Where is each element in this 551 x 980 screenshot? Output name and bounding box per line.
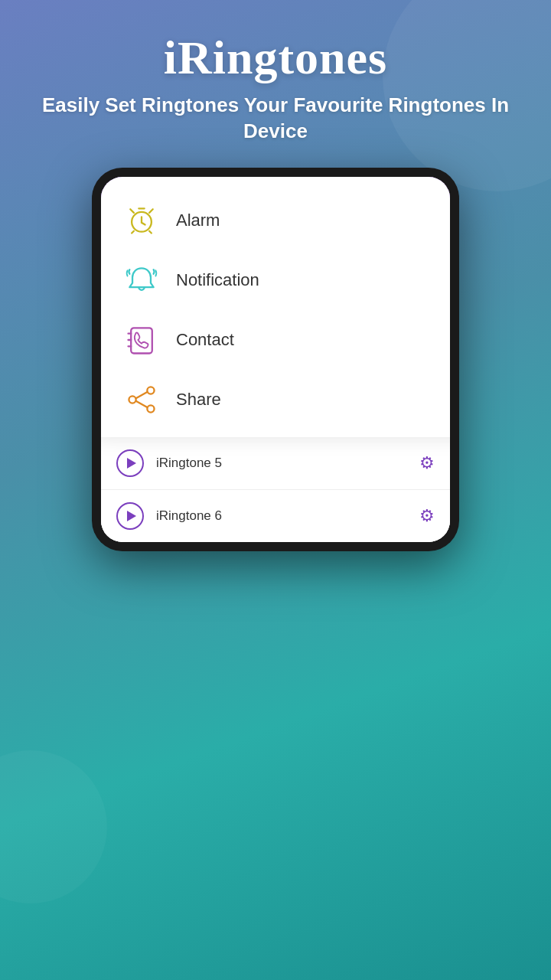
share-icon bbox=[122, 381, 161, 419]
alarm-icon bbox=[122, 201, 161, 240]
settings-button-5[interactable]: ⚙ bbox=[419, 453, 435, 473]
menu-item-contact[interactable]: Contact bbox=[101, 310, 450, 370]
notification-icon bbox=[122, 261, 161, 299]
bottom-sheet-menu: Ringtone bbox=[101, 177, 450, 437]
play-icon-6 bbox=[127, 511, 136, 521]
app-title: iRingtones bbox=[31, 31, 520, 85]
svg-rect-1 bbox=[131, 328, 152, 353]
menu-label-contact: Contact bbox=[176, 330, 234, 350]
phone-mockup: ← iRingtones i iRingtone 1 ⚙ bbox=[0, 168, 551, 551]
menu-item-alarm[interactable]: Alarm bbox=[101, 191, 450, 250]
svg-line-5 bbox=[136, 391, 148, 397]
settings-button-6[interactable]: ⚙ bbox=[419, 506, 435, 526]
phone-screen: ← iRingtones i iRingtone 1 ⚙ bbox=[101, 177, 450, 542]
menu-label-notification: Notification bbox=[176, 270, 259, 290]
ringtone-name-6: iRingtone 6 bbox=[156, 508, 419, 524]
contact-icon bbox=[122, 321, 161, 359]
menu-item-notification[interactable]: Notification bbox=[101, 250, 450, 310]
ringtone-name-5: iRingtone 5 bbox=[156, 456, 419, 471]
menu-item-ringtone[interactable]: Ringtone bbox=[101, 177, 450, 191]
menu-label-share: Share bbox=[176, 390, 221, 410]
phone-frame: ← iRingtones i iRingtone 1 ⚙ bbox=[92, 168, 459, 551]
play-button-6[interactable] bbox=[116, 502, 144, 530]
ringtone-item-6: iRingtone 6 ⚙ bbox=[101, 490, 450, 542]
ringtone-item-5: iRingtone 5 ⚙ bbox=[101, 437, 450, 490]
svg-point-2 bbox=[147, 387, 154, 394]
svg-point-4 bbox=[129, 396, 135, 403]
ringtone-list: iRingtone 1 ⚙ iRingtone 2 ⚙ iRingtone 3 … bbox=[101, 226, 450, 437]
header-section: iRingtones Easily Set Ringtones Your Fav… bbox=[0, 0, 551, 160]
svg-line-6 bbox=[136, 400, 148, 407]
menu-label-alarm: Alarm bbox=[176, 211, 220, 230]
svg-point-3 bbox=[147, 405, 154, 412]
play-icon-5 bbox=[127, 458, 136, 469]
play-button-5[interactable] bbox=[116, 449, 144, 477]
menu-item-share[interactable]: Share bbox=[101, 370, 450, 430]
app-subtitle: Easily Set Ringtones Your Favourite Ring… bbox=[31, 93, 520, 145]
phone-icon bbox=[122, 177, 161, 180]
